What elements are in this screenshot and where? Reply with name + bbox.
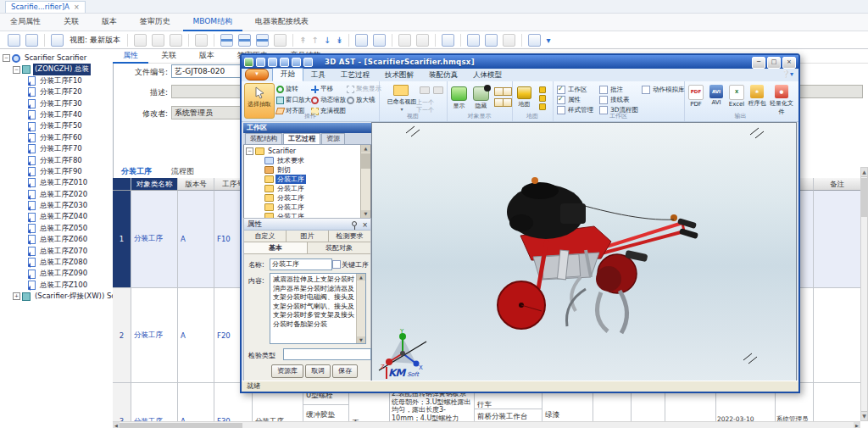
expand-icon[interactable]: +: [13, 292, 20, 300]
scrollbar-thumb[interactable]: [361, 153, 370, 169]
compare2-icon[interactable]: [170, 34, 182, 47]
scroll-up-icon[interactable]: ▲: [361, 145, 370, 153]
tab-properties[interactable]: 属性: [113, 49, 148, 64]
tab-global-props[interactable]: 全局属性: [0, 14, 51, 30]
save-button[interactable]: 保存: [332, 364, 358, 378]
tree-node-op[interactable]: 总装工序Z080: [3, 257, 113, 268]
prev-view-button[interactable]: [420, 86, 431, 96]
header-note[interactable]: 备注: [814, 178, 860, 191]
tab-versions2[interactable]: 版本: [189, 49, 225, 62]
scroll-left-icon[interactable]: ◀: [113, 422, 120, 428]
comment-icon[interactable]: [416, 34, 429, 47]
scroll-right-icon[interactable]: ▶: [854, 422, 860, 428]
rotate-button[interactable]: 旋转: [276, 84, 298, 94]
pick-word-button[interactable]: 取词: [305, 364, 331, 378]
tab-relations2[interactable]: 关联: [151, 49, 186, 62]
tree-node-op[interactable]: 分装工序F20: [3, 86, 113, 97]
tree-node-op[interactable]: 分装工序F30: [3, 98, 113, 109]
scrollbar-thumb[interactable]: [120, 423, 242, 428]
merge-row-icon[interactable]: [274, 34, 287, 47]
tree-node-op[interactable]: 总装工序Z040: [3, 211, 113, 222]
tree-node-op[interactable]: 分装工序F60: [3, 132, 113, 143]
settings-gear-icon[interactable]: [528, 34, 541, 47]
tab-flowchart[interactable]: 流程图: [163, 165, 203, 178]
tree-node-op[interactable]: 总装工序Z010: [3, 177, 113, 188]
save-icon[interactable]: [25, 34, 38, 47]
named-views-button[interactable]: 已命名视图 ▾: [386, 85, 418, 112]
duplicate-icon[interactable]: [467, 34, 480, 47]
export-excel-button[interactable]: XExcel: [726, 85, 747, 108]
workspace-panel-title[interactable]: 工作区: [243, 123, 371, 133]
display-toggle-icon[interactable]: [503, 98, 512, 107]
scroll-up-icon[interactable]: ▲: [861, 168, 867, 177]
tree-node-op[interactable]: 分装工序F40: [3, 109, 113, 120]
attach-icon[interactable]: [134, 34, 147, 47]
tab-resources[interactable]: 资源: [321, 133, 345, 144]
tree-node[interactable]: 分装工序: [246, 184, 370, 193]
export-avi-button[interactable]: AVIAVI: [706, 85, 726, 106]
maximize-button[interactable]: □: [767, 57, 781, 69]
tree-node-op[interactable]: 总装工序Z060: [3, 234, 113, 245]
tree-root[interactable]: −Scarifier Scarifier: [3, 53, 113, 64]
scroll-down-icon[interactable]: ▼: [861, 411, 867, 420]
tab-process[interactable]: 工艺过程: [283, 133, 320, 144]
save-icon[interactable]: [280, 58, 289, 67]
ribbon-tab-start[interactable]: 开始: [272, 68, 303, 81]
tree-node-op[interactable]: 分装工序F70: [3, 143, 113, 154]
redo-icon[interactable]: [303, 58, 313, 67]
scrollbar-thumb[interactable]: [861, 178, 867, 217]
app-menu-button[interactable]: ▾: [245, 69, 269, 81]
checkbox-action-library[interactable]: 动作模拟库: [642, 86, 685, 94]
next-view-button[interactable]: [433, 86, 445, 96]
copy-icon[interactable]: [398, 34, 411, 47]
tab-custom[interactable]: 自定义: [244, 231, 287, 242]
new-icon[interactable]: [256, 58, 265, 67]
tree-node[interactable]: 剖切: [246, 165, 370, 175]
name-input[interactable]: [270, 258, 332, 270]
hide-button[interactable]: 隐藏: [473, 85, 489, 110]
map-item-icon[interactable]: [539, 86, 546, 93]
close-icon[interactable]: ×: [74, 3, 80, 11]
tab-basic[interactable]: 基本: [244, 242, 308, 253]
calendar-icon[interactable]: [373, 34, 386, 47]
properties-panel-title[interactable]: 属性×: [244, 219, 370, 231]
tree-node-weld[interactable]: +(Scarifier-焊接(XW)) Scari: [3, 291, 113, 302]
ribbon-tab-process[interactable]: 工艺过程: [333, 69, 377, 81]
compare-icon[interactable]: [152, 34, 164, 47]
tab-suboperations[interactable]: 分装工序: [113, 165, 160, 178]
tree-node-op[interactable]: 总装工序Z020: [3, 189, 113, 200]
checkbox-wiring-table[interactable]: 接线表: [599, 96, 630, 104]
export-icon[interactable]: [503, 34, 515, 47]
textarea-scrollbar[interactable]: ▲▼: [356, 274, 365, 343]
focus-display-button[interactable]: 聚焦显示: [347, 84, 381, 94]
tab-image[interactable]: 图片: [287, 231, 329, 242]
move-up-icon[interactable]: ↑: [311, 35, 318, 46]
minimize-button[interactable]: ─: [752, 57, 765, 69]
tree-node-op[interactable]: 分装工序F90: [3, 166, 113, 177]
tree-root[interactable]: −Scarifier: [246, 147, 370, 156]
tab-inspection[interactable]: 检测要求: [329, 231, 370, 242]
help-icon[interactable]: ❔▾: [782, 70, 793, 78]
checkbox-properties[interactable]: 属性: [557, 96, 581, 104]
3d-viewport[interactable]: Y Z X KM Soft: [371, 122, 797, 383]
delete-row-icon[interactable]: [256, 34, 269, 47]
header-object-class[interactable]: 对象类名称: [131, 178, 178, 191]
ribbon-tab-illustration[interactable]: 技术图解: [377, 69, 421, 81]
row-selector[interactable]: 1: [113, 191, 131, 288]
show-button[interactable]: 显示: [451, 85, 467, 110]
dynamic-zoom-button[interactable]: 动态缩放: [311, 95, 346, 105]
scroll-down-icon[interactable]: ▼: [361, 210, 370, 218]
checkbox-workspace[interactable]: 工作区: [557, 86, 587, 94]
pan-button[interactable]: 平移: [311, 84, 333, 94]
export-package-button[interactable]: ❀程序包: [747, 85, 767, 108]
content-textarea[interactable]: 减震器拉伸及上支架分装时消声器吊架分装时滤清器及支架分装时电磁阀、接头及支架分装…: [270, 273, 366, 344]
ast-title-bar[interactable]: 3D AST - [ScarifierScarifier.hmqsx]: [242, 55, 798, 69]
undo-icon[interactable]: [292, 58, 301, 67]
magnifier-button[interactable]: 放大镜: [347, 95, 376, 105]
tab-relations[interactable]: 关联: [53, 14, 89, 30]
document-tab[interactable]: Scarifie...rifier]A×: [5, 1, 86, 13]
tab-assembly-object[interactable]: 装配对象: [308, 242, 370, 253]
tree-node-assembly[interactable]: −(ZONGZH) 总装: [3, 64, 113, 75]
add-node-icon[interactable]: [442, 34, 454, 47]
resource-library-button[interactable]: 资源库: [271, 364, 303, 378]
